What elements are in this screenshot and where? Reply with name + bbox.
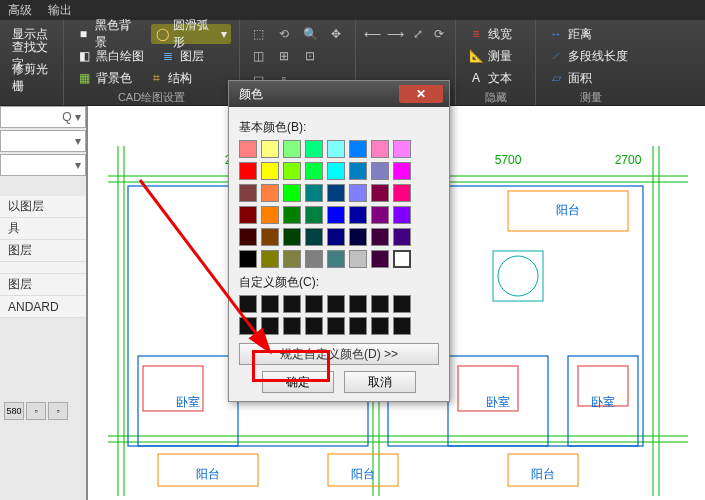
custom-swatch[interactable] xyxy=(283,295,301,313)
linewidth-btn[interactable]: ≡线宽 xyxy=(464,24,527,44)
color-swatch[interactable] xyxy=(283,184,301,202)
custom-swatch[interactable] xyxy=(393,295,411,313)
nav-zoom-icon[interactable]: ⤢ xyxy=(410,24,426,44)
color-swatch[interactable] xyxy=(393,184,411,202)
bg-color-btn[interactable]: ▦背景色 xyxy=(72,68,136,88)
mini-btn-3[interactable]: ▫ xyxy=(48,402,68,420)
tool-icon-2[interactable]: ⟲ xyxy=(274,24,294,44)
mini-btn-1[interactable]: 580 xyxy=(4,402,24,420)
color-swatch[interactable] xyxy=(327,140,345,158)
color-swatch[interactable] xyxy=(371,206,389,224)
color-swatch[interactable] xyxy=(349,162,367,180)
custom-swatch[interactable] xyxy=(349,295,367,313)
custom-swatch[interactable] xyxy=(327,295,345,313)
color-swatch[interactable] xyxy=(393,250,411,268)
define-custom-color-btn[interactable]: 规定自定义颜色(D) >> xyxy=(239,343,439,365)
color-swatch[interactable] xyxy=(349,206,367,224)
tool-icon-4[interactable]: ✥ xyxy=(326,24,346,44)
color-swatch[interactable] xyxy=(283,206,301,224)
color-swatch[interactable] xyxy=(261,250,279,268)
nav-fwd-icon[interactable]: ⟶ xyxy=(387,24,404,44)
color-swatch[interactable] xyxy=(349,140,367,158)
tool-icon-7[interactable]: ⊡ xyxy=(300,46,320,66)
color-swatch[interactable] xyxy=(349,228,367,246)
custom-swatch[interactable] xyxy=(261,295,279,313)
list-item[interactable]: 具 xyxy=(0,218,86,240)
color-swatch[interactable] xyxy=(371,184,389,202)
area-btn[interactable]: ▱面积 xyxy=(544,68,638,88)
color-swatch[interactable] xyxy=(283,250,301,268)
color-swatch[interactable] xyxy=(371,228,389,246)
color-swatch[interactable] xyxy=(283,228,301,246)
dropdown-1[interactable]: Q ▾ xyxy=(0,106,86,128)
custom-swatch[interactable] xyxy=(349,317,367,335)
color-swatch[interactable] xyxy=(349,184,367,202)
list-item[interactable]: 以图层 xyxy=(0,196,86,218)
tool-icon-1[interactable]: ⬚ xyxy=(248,24,268,44)
arc-smooth-btn[interactable]: ◯圆滑弧形 ▾ xyxy=(151,24,231,44)
color-swatch[interactable] xyxy=(283,140,301,158)
black-bg-btn[interactable]: ■黑色背景 xyxy=(72,24,143,44)
color-swatch[interactable] xyxy=(327,162,345,180)
color-swatch[interactable] xyxy=(305,250,323,268)
color-swatch[interactable] xyxy=(239,140,257,158)
cancel-button[interactable]: 取消 xyxy=(344,371,416,393)
custom-swatch[interactable] xyxy=(283,317,301,335)
custom-swatch[interactable] xyxy=(327,317,345,335)
color-swatch[interactable] xyxy=(239,250,257,268)
color-swatch[interactable] xyxy=(261,140,279,158)
color-swatch[interactable] xyxy=(305,228,323,246)
measure-vis-btn[interactable]: 📐测量 xyxy=(464,46,527,66)
color-swatch[interactable] xyxy=(305,206,323,224)
color-swatch[interactable] xyxy=(283,162,301,180)
layer-btn[interactable]: ≣图层 xyxy=(156,46,208,66)
color-swatch[interactable] xyxy=(393,228,411,246)
color-swatch[interactable] xyxy=(393,140,411,158)
tool-icon-5[interactable]: ◫ xyxy=(248,46,268,66)
color-swatch[interactable] xyxy=(239,162,257,180)
custom-swatch[interactable] xyxy=(239,317,257,335)
color-swatch[interactable] xyxy=(327,206,345,224)
mini-btn-2[interactable]: ▫ xyxy=(26,402,46,420)
list-item[interactable]: 图层 xyxy=(0,274,86,296)
custom-swatch[interactable] xyxy=(393,317,411,335)
color-swatch[interactable] xyxy=(305,140,323,158)
color-swatch[interactable] xyxy=(261,162,279,180)
color-swatch[interactable] xyxy=(305,184,323,202)
close-icon[interactable]: ✕ xyxy=(399,85,443,103)
color-swatch[interactable] xyxy=(305,162,323,180)
color-swatch[interactable] xyxy=(261,184,279,202)
color-swatch[interactable] xyxy=(371,250,389,268)
color-swatch[interactable] xyxy=(261,228,279,246)
color-swatch[interactable] xyxy=(261,206,279,224)
distance-btn[interactable]: ↔距离 xyxy=(544,24,638,44)
custom-swatch[interactable] xyxy=(305,295,323,313)
dialog-titlebar[interactable]: 颜色 ✕ xyxy=(229,81,449,107)
color-swatch[interactable] xyxy=(393,162,411,180)
color-swatch[interactable] xyxy=(371,140,389,158)
menu-advanced[interactable]: 高级 xyxy=(8,2,32,19)
color-swatch[interactable] xyxy=(393,206,411,224)
custom-swatch[interactable] xyxy=(371,317,389,335)
custom-swatch[interactable] xyxy=(371,295,389,313)
custom-swatch[interactable] xyxy=(305,317,323,335)
tool-icon-6[interactable]: ⊞ xyxy=(274,46,294,66)
color-swatch[interactable] xyxy=(239,206,257,224)
custom-swatch[interactable] xyxy=(261,317,279,335)
color-swatch[interactable] xyxy=(327,250,345,268)
bw-draw-btn[interactable]: ◧黑白绘图 xyxy=(72,46,148,66)
color-swatch[interactable] xyxy=(327,184,345,202)
list-item[interactable]: 图层 xyxy=(0,240,86,262)
text-vis-btn[interactable]: A文本 xyxy=(464,68,527,88)
trim-grid-btn[interactable]: 修剪光栅 xyxy=(8,68,55,88)
tool-icon-3[interactable]: 🔍 xyxy=(300,24,320,44)
custom-swatch[interactable] xyxy=(239,295,257,313)
ok-button[interactable]: 确定 xyxy=(262,371,334,393)
dropdown-3[interactable]: ▾ xyxy=(0,154,86,176)
list-item[interactable]: ANDARD xyxy=(0,296,86,318)
color-swatch[interactable] xyxy=(371,162,389,180)
color-swatch[interactable] xyxy=(239,228,257,246)
nav-back-icon[interactable]: ⟵ xyxy=(364,24,381,44)
color-swatch[interactable] xyxy=(327,228,345,246)
poly-length-btn[interactable]: ⟋多段线长度 xyxy=(544,46,638,66)
